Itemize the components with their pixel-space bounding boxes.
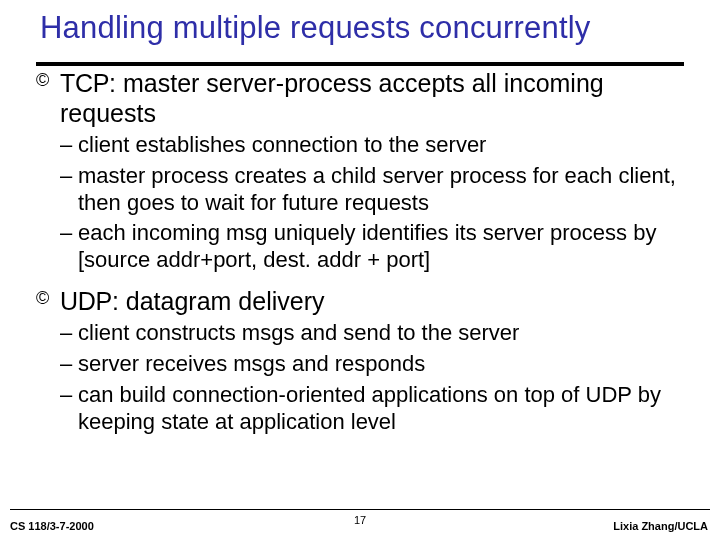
tcp-sub-3-text: each incoming msg uniquely identifies it… (78, 220, 656, 272)
tcp-sub-2: – master process creates a child server … (36, 163, 696, 217)
bullet-udp: © UDP: datagram delivery (36, 286, 696, 316)
dash-icon: – (60, 382, 72, 409)
tcp-sub-1-text: client establishes connection to the ser… (78, 132, 486, 157)
title-underline (36, 62, 684, 66)
udp-sub-2: – server receives msgs and responds (36, 351, 696, 378)
tcp-lead: TCP (60, 69, 109, 97)
dash-icon: – (60, 132, 72, 159)
udp-lead: UDP (60, 287, 112, 315)
copyright-bullet-icon: © (36, 288, 49, 310)
footer-divider (10, 509, 710, 510)
dash-icon: – (60, 220, 72, 247)
udp-rest: : datagram delivery (112, 287, 325, 315)
udp-sub-2-text: server receives msgs and responds (78, 351, 425, 376)
copyright-bullet-icon: © (36, 70, 49, 92)
udp-sub-3-text: can build connection-oriented applicatio… (78, 382, 661, 434)
tcp-sub-1: – client establishes connection to the s… (36, 132, 696, 159)
footer-right: Lixia Zhang/UCLA (613, 520, 708, 532)
dash-icon: – (60, 163, 72, 190)
udp-sub-1: – client constructs msgs and send to the… (36, 320, 696, 347)
slide-body: © TCP: master server-process accepts all… (36, 68, 696, 437)
dash-icon: – (60, 351, 72, 378)
bullet-tcp: © TCP: master server-process accepts all… (36, 68, 696, 128)
tcp-sub-3: – each incoming msg uniquely identifies … (36, 220, 696, 274)
tcp-sub-2-text: master process creates a child server pr… (78, 163, 676, 215)
dash-icon: – (60, 320, 72, 347)
slide-number: 17 (0, 514, 720, 526)
slide-title: Handling multiple requests concurrently (40, 10, 700, 46)
slide: Handling multiple requests concurrently … (0, 0, 720, 540)
tcp-rest: : master server-process accepts all inco… (60, 69, 604, 127)
udp-sub-3: – can build connection-oriented applicat… (36, 382, 696, 436)
udp-sub-1-text: client constructs msgs and send to the s… (78, 320, 519, 345)
